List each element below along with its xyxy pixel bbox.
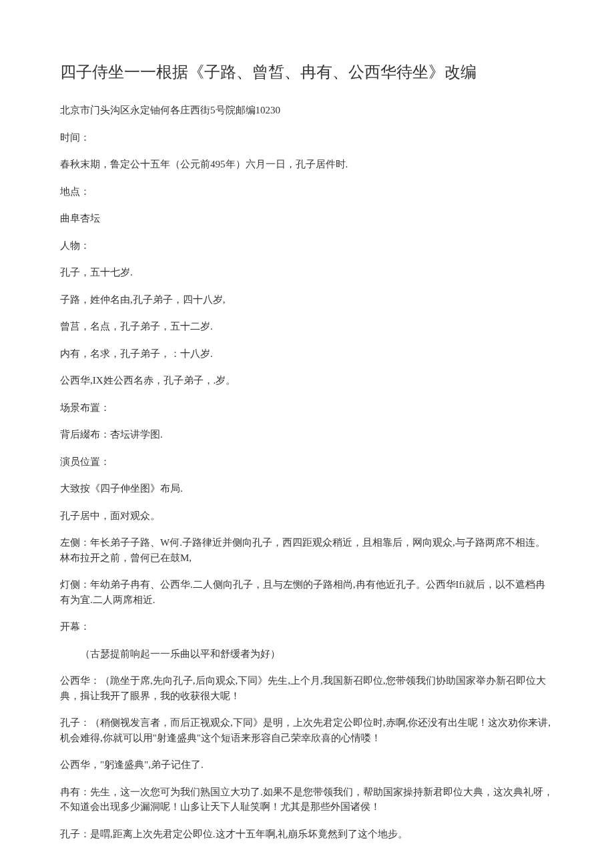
dialogue-line-3: 公西华，"躬逢盛典",弟子记住了. [60, 757, 554, 773]
actor-position-label: 演员位置： [60, 454, 554, 470]
dialogue-line-1: 公西华：（跪坐于席,先向孔子,后向观众,下同》先生,上个月,我国新召即位,您带领… [60, 673, 554, 703]
dialogue-line-4: 冉有：先生，这一次您可为我们熟国立大功了.如果不是您带领我们，帮助国家操持新君即… [60, 785, 554, 815]
open-label: 开幕： [60, 619, 554, 634]
time-text: 春秋末期，鲁定公十五年（公元前495年）六月一日，孔子居件时. [60, 157, 554, 172]
open-note: （古瑟提前响起一一乐曲以平和舒缓者为好） [60, 646, 554, 662]
dialogue-line-2: 孔子：（稍侧视发言者，而后正视观众,下同》是明，上次先君定公即位时,赤啊,你还没… [60, 715, 554, 745]
dialogue-line-5: 孔子：是喟,距离上次先君定公即位.这才十五年啊,礼崩乐坏竟然到了这个地步。 [60, 827, 554, 842]
character-5: 公西华,IX姓公西名赤，孔子弟子，.岁。 [60, 373, 554, 388]
address-line: 北京市门头沟区永定铀何各庄西街5号院邮编10230 [60, 103, 554, 118]
position-2: 左侧：年长弟子子路、W何.子路律近并侧向孔子，西四距观众稍近，且相靠后，网向观众… [60, 535, 554, 565]
time-label: 时间： [60, 130, 554, 145]
character-1: 孔子，五十七岁. [60, 265, 554, 280]
position-1: 孔子居中，面对观众。 [60, 508, 554, 524]
place-label: 地点： [60, 184, 554, 199]
actor-position-text: 大致按《四子伸坐图》布局. [60, 481, 554, 496]
characters-label: 人物： [60, 238, 554, 254]
character-2: 子路，姓仲名由,孔子弟子，四十八岁, [60, 292, 554, 308]
scene-label: 场景布置： [60, 400, 554, 416]
document-title: 四子侍坐一一根据《子路、曾皙、冉有、公西华待坐》改编 [60, 60, 554, 84]
scene-text: 背后綴布：杏坛讲学图. [60, 427, 554, 442]
place-text: 曲阜杏坛 [60, 211, 554, 226]
character-4: 内有，名求，孔子弟子，：十八岁. [60, 346, 554, 362]
position-3: 灯侧：年幼弟子冉有、公西华.二人侧向孔子，且与左恻的子路相尚,冉有他近孔子。公西… [60, 577, 554, 607]
character-3: 曾莒，名点，孔子弟子，五十二岁. [60, 319, 554, 334]
